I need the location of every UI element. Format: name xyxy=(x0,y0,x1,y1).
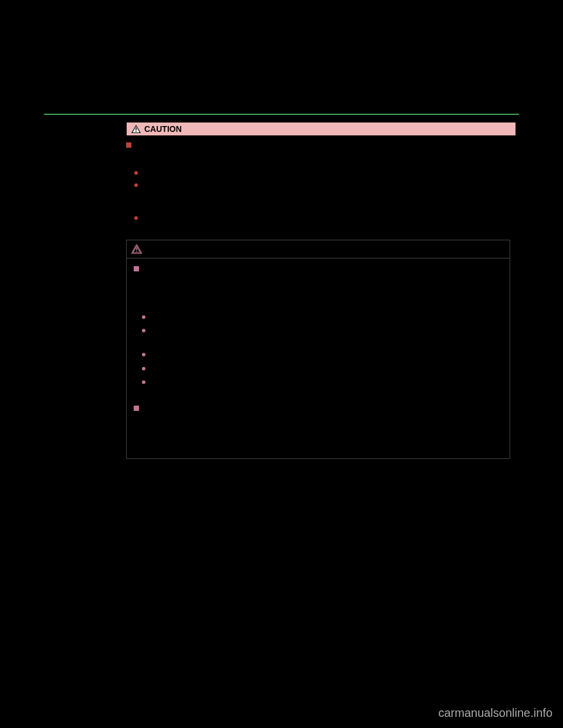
notice-section1-intro: In situations such as the following, the… xyxy=(134,277,503,308)
caution-section-title: While driving (when parking using the me… xyxy=(126,141,510,151)
pink-square-icon xyxy=(134,266,139,271)
notice-header: NOTICE xyxy=(127,240,510,258)
notice-box: NOTICE Precautions for when driving In s… xyxy=(126,240,510,459)
warning-icon xyxy=(131,125,141,133)
svg-rect-7 xyxy=(136,251,137,252)
caution-header: CAUTION xyxy=(126,122,516,136)
list-item: If you notice that the position of the v… xyxy=(134,168,510,178)
notice-icon xyxy=(131,244,142,254)
list-item: When the vehicle is equipped with a susp… xyxy=(142,377,503,398)
svg-rect-3 xyxy=(135,131,137,132)
breadcrumb: 4-5. Using the driving support systems xyxy=(389,103,519,111)
list-item: When tires other than the specified size… xyxy=(142,364,503,374)
list-item: When the snow or mud is stuck on the cam… xyxy=(142,326,503,346)
caution-intro: In the following situations, stop the ve… xyxy=(126,153,510,163)
notice-label: NOTICE xyxy=(145,243,177,255)
svg-rect-2 xyxy=(135,128,137,131)
list-item: When in an area other than a parking lot… xyxy=(142,312,503,322)
red-square-icon xyxy=(126,142,131,148)
caution-label: CAUTION xyxy=(144,124,182,134)
notice-section2-body: If a camera or sensor is misaligned due … xyxy=(134,416,503,447)
page-header: 329 4-5. Using the driving support syste… xyxy=(44,103,519,111)
pink-square-icon xyxy=(134,406,139,411)
notice-bullets: When in an area other than a parking lot… xyxy=(134,312,503,398)
list-item: When a cover or sticker is attached to t… xyxy=(142,350,503,360)
watermark: carmanualsonline.info xyxy=(438,706,552,720)
svg-rect-6 xyxy=(136,248,137,251)
divider xyxy=(44,114,519,115)
notice-section1-title: Precautions for when driving xyxy=(134,264,503,274)
page-number: 329 xyxy=(44,103,57,111)
notice-section2-title: Precautions for the camera and sensors xyxy=(134,404,503,414)
list-item: While Advanced Park is operating, if a m… xyxy=(134,213,510,234)
list-item: If the vehicle stops in a position diffe… xyxy=(134,181,510,211)
caution-bullets: If you notice that the position of the v… xyxy=(126,168,510,234)
